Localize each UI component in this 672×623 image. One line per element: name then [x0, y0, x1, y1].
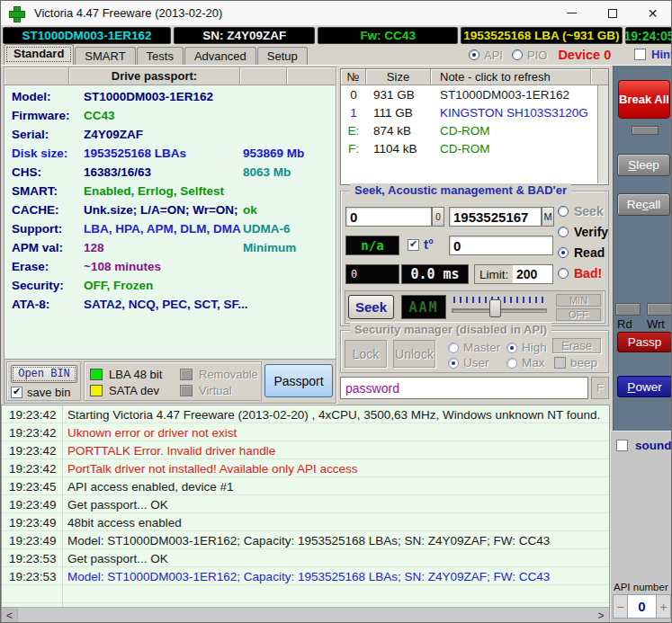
- scroll-right-icon[interactable]: >: [593, 608, 609, 623]
- master-radio: [448, 343, 459, 353]
- test-mode-option[interactable]: Verify: [558, 225, 608, 239]
- close-button[interactable]: ✕: [632, 1, 672, 26]
- radio-icon: [558, 206, 569, 217]
- aam-off-button[interactable]: OFF: [556, 308, 601, 321]
- end-lba-input[interactable]: 1953525167: [449, 207, 542, 227]
- seek-button[interactable]: Seek: [348, 295, 394, 319]
- pio-radio[interactable]: [512, 49, 523, 60]
- log-message: PortTalk driver not installed! Available…: [62, 462, 357, 476]
- tab[interactable]: SMART: [75, 47, 135, 65]
- passport-header: Drive passport:: [4, 67, 336, 85]
- minimize-button[interactable]: [551, 1, 592, 26]
- password-row: password F: [340, 377, 609, 399]
- drive-table-scrollbar[interactable]: [597, 85, 608, 183]
- log-message: Model: ST1000DM003-1ER162; Capacity: 195…: [62, 534, 550, 547]
- drive-row[interactable]: 0 931 GB ST1000DM003-1ER162: [341, 85, 608, 103]
- test-mode-option[interactable]: Seek: [558, 204, 608, 218]
- spinner-plus-button[interactable]: +: [656, 594, 671, 619]
- log-time: 19:23:42: [2, 444, 62, 458]
- scroll-left-icon[interactable]: <: [2, 608, 18, 623]
- seek-panel-title: Seek, Acoustic management & BAD'er: [350, 183, 571, 197]
- drive-row[interactable]: E: 874 kB CD-ROM: [341, 121, 608, 139]
- maximize-button[interactable]: [592, 1, 632, 26]
- spinner-minus-button[interactable]: −: [613, 594, 628, 619]
- log-message: PORTTALK Error. Invalid driver handle: [62, 444, 275, 458]
- passport-row: CACHE: Unk.size; L/A=ON; Wr=ON; ok: [4, 203, 336, 222]
- activity-indicator: [632, 126, 659, 135]
- col-note-refresh[interactable]: Note - click to refresh: [431, 69, 591, 85]
- api-radio[interactable]: [469, 49, 479, 60]
- passport-header-title: Drive passport:: [69, 67, 240, 85]
- passport-row-value: Z4Y09ZAF: [84, 128, 143, 141]
- max-lba-button[interactable]: M: [542, 207, 554, 227]
- open-bin-button[interactable]: Open BIN: [11, 365, 77, 383]
- drive-info-bar: ST1000DM003-1ER162 SN: Z4Y09ZAF Fw: CC43…: [1, 26, 672, 45]
- temp-value-input[interactable]: 0: [449, 236, 553, 255]
- sound-label: sound: [635, 439, 672, 452]
- save-bin-checkbox[interactable]: [11, 387, 22, 398]
- log-row: 19:23:53 Model: ST1000DM003-1ER162; Capa…: [2, 567, 609, 585]
- limit-input[interactable]: 200: [513, 265, 552, 283]
- legend-swatch-icon: [90, 369, 103, 380]
- passport-row-extra: UDMA-6: [243, 222, 291, 236]
- passp-button[interactable]: Passp: [617, 332, 672, 352]
- log-time: 19:23:45: [2, 480, 62, 494]
- hints-checkbox[interactable]: [634, 49, 646, 60]
- legend-item: Removable: [180, 368, 263, 381]
- beep-checkbox: [554, 357, 566, 369]
- beep-control[interactable]: beep: [554, 356, 597, 369]
- legend-label: SATA dev: [109, 384, 159, 397]
- passport-row-label: Security:: [12, 279, 64, 292]
- aam-slider-thumb[interactable]: [489, 299, 501, 317]
- passport-button[interactable]: Passport: [264, 364, 333, 397]
- passport-row-value: ST1000DM003-1ER162: [84, 90, 213, 103]
- tab[interactable]: Tests: [137, 47, 184, 65]
- max-radio-row[interactable]: Max: [506, 356, 545, 369]
- lock-button[interactable]: Lock: [345, 340, 387, 368]
- hints-label: Hints: [651, 48, 672, 61]
- power-button[interactable]: Power: [617, 376, 672, 397]
- passport-row: ATA-8: SATA2, NCQ, PEC, SCT, SF...: [4, 298, 336, 316]
- break-all-button[interactable]: Break All: [618, 80, 670, 119]
- aam-min-button[interactable]: MIN: [556, 294, 601, 307]
- passport-row: SMART: Enabled, Errlog, Selftest: [4, 184, 336, 203]
- drive-row[interactable]: 1 111 GB KINGSTON SH103S3120G: [341, 103, 608, 121]
- tab[interactable]: Standard: [4, 44, 74, 65]
- start-lba-button[interactable]: 0: [432, 207, 444, 227]
- seek-panel: Seek, Acoustic management & BAD'er 0 0 1…: [340, 191, 609, 326]
- tab[interactable]: Advanced: [184, 47, 256, 65]
- log-time: 19:23:42: [2, 426, 62, 440]
- drive-row[interactable]: F: 1104 kB CD-ROM: [341, 139, 608, 157]
- temperature-display: n/a: [345, 236, 399, 255]
- log-time: 19:23:49: [2, 516, 62, 530]
- sound-checkbox[interactable]: [616, 440, 628, 451]
- user-radio-row[interactable]: User: [448, 356, 489, 369]
- passport-row: Disk size: 1953525168 LBAs 953869 Mb: [4, 147, 336, 165]
- passport-row-label: Firmware:: [12, 109, 70, 122]
- log-panel: 19:23:42 Starting Victoria 4.47 Freeware…: [1, 405, 610, 623]
- password-f-button[interactable]: F: [591, 377, 609, 399]
- log-time: 19:23:53: [2, 552, 62, 565]
- start-lba-input[interactable]: 0: [345, 207, 432, 227]
- password-input[interactable]: password: [340, 377, 588, 399]
- passport-row: Serial: Z4Y09ZAF: [4, 128, 336, 147]
- tab-bar: StandardSMARTTestsAdvancedSetup API PIO …: [1, 45, 672, 66]
- aam-display: AAM: [401, 295, 446, 319]
- title-bar: Victoria 4.47 Freeware (2013-02-20) ✕: [1, 1, 672, 26]
- legend-label: Virtual: [199, 384, 232, 397]
- sleep-button[interactable]: Sleep: [617, 154, 670, 176]
- temperature-checkbox[interactable]: [408, 239, 419, 251]
- erase-button[interactable]: Erase: [552, 338, 601, 353]
- master-radio-row[interactable]: Master: [448, 341, 500, 354]
- unlock-button[interactable]: Unlock: [393, 340, 435, 368]
- log-horizontal-scrollbar[interactable]: < >: [2, 607, 609, 623]
- legend-item: LBA 48 bit: [90, 368, 180, 381]
- test-mode-option[interactable]: Read: [558, 245, 608, 260]
- high-radio-row[interactable]: High: [506, 341, 547, 354]
- tab[interactable]: Setup: [257, 47, 308, 65]
- read-indicator: [615, 303, 641, 316]
- legend-swatch-icon: [90, 385, 103, 396]
- recall-button[interactable]: Recall: [617, 193, 670, 216]
- passport-row: Erase: ~108 minutes: [4, 260, 336, 279]
- test-mode-option[interactable]: Bad!: [558, 266, 608, 280]
